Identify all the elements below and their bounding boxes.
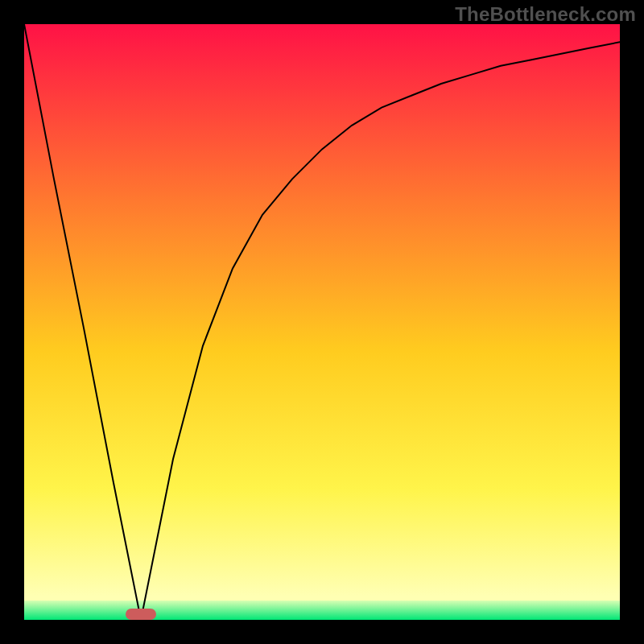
chart-frame: TheBottleneck.com xyxy=(0,0,644,644)
watermark-text: TheBottleneck.com xyxy=(455,3,636,26)
bottleneck-curve xyxy=(24,24,620,620)
optimal-marker xyxy=(126,609,156,620)
plot-area xyxy=(24,24,620,620)
